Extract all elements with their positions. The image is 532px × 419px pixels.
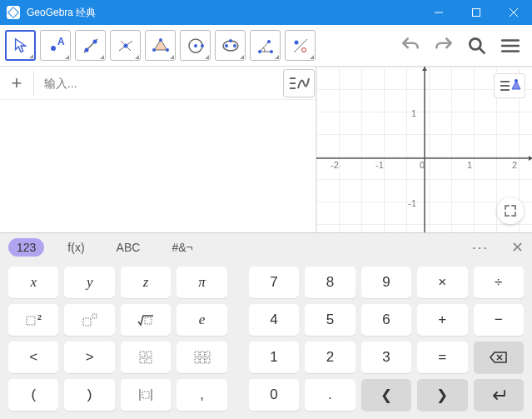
maximize-button[interactable] — [457, 0, 495, 25]
polygon-tool[interactable] — [145, 30, 176, 61]
fullscreen-button[interactable] — [497, 197, 524, 224]
svg-point-20 — [225, 44, 228, 47]
search-button[interactable] — [462, 31, 492, 61]
key-8[interactable]: 8 — [305, 267, 355, 298]
key-divide[interactable]: ÷ — [474, 267, 524, 298]
svg-rect-60 — [147, 358, 152, 363]
key-3[interactable]: 3 — [361, 342, 411, 373]
key-5[interactable]: 5 — [305, 304, 355, 336]
svg-rect-61 — [195, 352, 199, 357]
ellipse-tool[interactable] — [215, 30, 246, 61]
key-abs[interactable] — [121, 379, 171, 411]
svg-point-18 — [201, 44, 204, 47]
key-2[interactable]: 2 — [305, 342, 355, 373]
kb-tab-abc[interactable]: ABC — [108, 238, 149, 257]
svg-point-11 — [123, 43, 127, 47]
key-matrix1[interactable] — [121, 342, 171, 373]
svg-point-14 — [166, 48, 169, 52]
svg-point-8 — [92, 39, 97, 43]
undo-button[interactable] — [395, 31, 425, 61]
redo-button[interactable] — [429, 31, 459, 61]
key-multiply[interactable]: × — [417, 267, 467, 298]
svg-rect-64 — [195, 358, 199, 363]
key-z[interactable]: z — [121, 267, 171, 298]
key-rparen[interactable]: ) — [64, 379, 114, 411]
minimize-button[interactable] — [420, 0, 457, 25]
menu-button[interactable] — [495, 31, 525, 61]
key-6[interactable]: 6 — [361, 304, 411, 336]
kb-more-button[interactable]: ⋯ — [471, 237, 490, 257]
key-e[interactable]: e — [177, 304, 226, 336]
virtual-keyboard: 123 f(x) ABC #&¬ ⋯ ✕ x y z π 7 8 9 × ÷ 2… — [0, 232, 532, 419]
key-sqrt[interactable] — [121, 304, 171, 336]
perpendicular-tool[interactable] — [110, 30, 141, 61]
app-icon — [7, 6, 20, 19]
svg-text:1: 1 — [411, 108, 416, 118]
toggle-algebra-button[interactable] — [283, 69, 315, 97]
kb-tab-123[interactable]: 123 — [8, 238, 44, 257]
key-power[interactable] — [64, 304, 114, 336]
close-button[interactable] — [495, 0, 532, 25]
svg-rect-59 — [140, 358, 145, 363]
svg-text:2: 2 — [512, 160, 517, 170]
svg-rect-1 — [472, 9, 480, 17]
reflect-tool[interactable] — [285, 30, 316, 61]
key-enter[interactable] — [474, 379, 524, 411]
graphics-settings-button[interactable] — [494, 73, 525, 98]
svg-rect-58 — [147, 352, 152, 357]
svg-point-7 — [84, 47, 88, 52]
key-minus[interactable]: − — [474, 304, 524, 336]
svg-point-28 — [301, 47, 306, 52]
graphics-view[interactable]: -2 -1 0 1 2 1 -1 — [316, 67, 532, 232]
svg-point-22 — [229, 39, 232, 42]
kb-close-button[interactable]: ✕ — [511, 238, 524, 257]
key-0[interactable]: 0 — [249, 379, 299, 411]
svg-rect-66 — [206, 358, 210, 363]
svg-point-25 — [267, 40, 271, 43]
svg-line-30 — [480, 48, 484, 52]
svg-rect-56 — [145, 317, 152, 324]
key-dot[interactable]: . — [305, 379, 355, 411]
kb-tab-fx[interactable]: f(x) — [59, 238, 92, 257]
key-right[interactable]: ❯ — [417, 379, 467, 411]
line-tool[interactable] — [75, 30, 106, 61]
key-7[interactable]: 7 — [249, 267, 299, 298]
svg-text:-1: -1 — [375, 160, 384, 170]
svg-rect-63 — [206, 352, 210, 357]
key-left[interactable]: ❮ — [361, 379, 411, 411]
svg-point-21 — [233, 44, 236, 47]
key-equals[interactable]: = — [417, 342, 467, 373]
svg-text:0: 0 — [420, 160, 425, 170]
key-9[interactable]: 9 — [361, 267, 411, 298]
svg-text:2: 2 — [37, 313, 42, 322]
key-pi[interactable]: π — [177, 267, 226, 298]
key-comma[interactable]: , — [177, 379, 226, 411]
key-4[interactable]: 4 — [249, 304, 299, 336]
svg-rect-71 — [142, 392, 149, 398]
svg-text:A: A — [57, 37, 65, 47]
key-gt[interactable]: > — [64, 342, 114, 373]
angle-tool[interactable] — [250, 30, 281, 61]
circle-tool[interactable] — [180, 30, 211, 61]
kb-tab-sym[interactable]: #&¬ — [163, 238, 201, 257]
svg-point-17 — [194, 44, 197, 47]
key-square[interactable]: 2 — [8, 304, 58, 336]
algebra-input[interactable] — [34, 77, 316, 90]
svg-point-13 — [159, 38, 162, 42]
svg-rect-54 — [83, 318, 91, 326]
key-x[interactable]: x — [8, 267, 58, 298]
key-matrix2[interactable] — [177, 342, 226, 373]
point-tool[interactable]: A — [40, 30, 71, 61]
algebra-view: + — [0, 67, 316, 232]
key-lparen[interactable]: ( — [8, 379, 58, 411]
move-tool[interactable] — [5, 30, 36, 61]
svg-rect-52 — [27, 317, 35, 325]
key-backspace[interactable] — [474, 342, 524, 373]
svg-point-51 — [515, 79, 518, 82]
key-plus[interactable]: + — [417, 304, 467, 336]
add-input-button[interactable]: + — [0, 72, 33, 94]
key-y[interactable]: y — [64, 267, 114, 298]
key-lt[interactable]: < — [8, 342, 58, 373]
key-1[interactable]: 1 — [249, 342, 299, 373]
svg-point-4 — [51, 46, 56, 51]
